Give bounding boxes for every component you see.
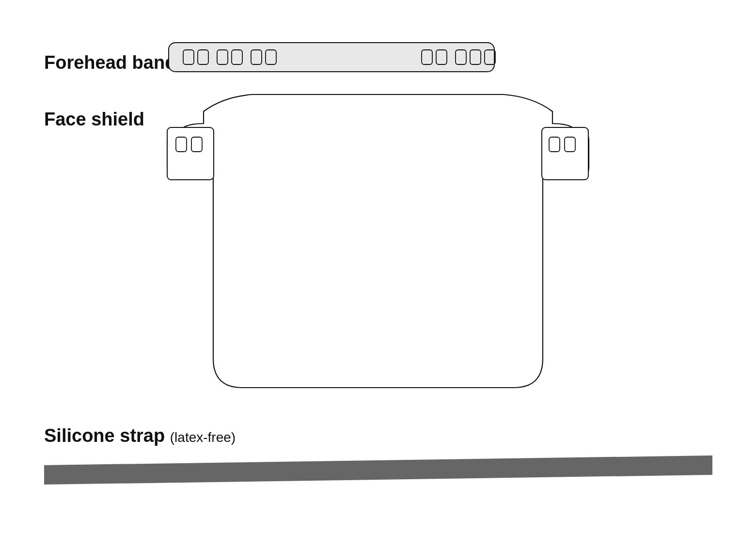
face-shield-left-tab (167, 127, 214, 180)
page-container: Forehead band Face shield Silicone strap… (0, 0, 756, 533)
face-shield-shape (167, 94, 589, 388)
face-shield-right-tab (542, 127, 588, 180)
diagram-svg (0, 0, 756, 533)
silicone-strap-shape (44, 455, 712, 485)
